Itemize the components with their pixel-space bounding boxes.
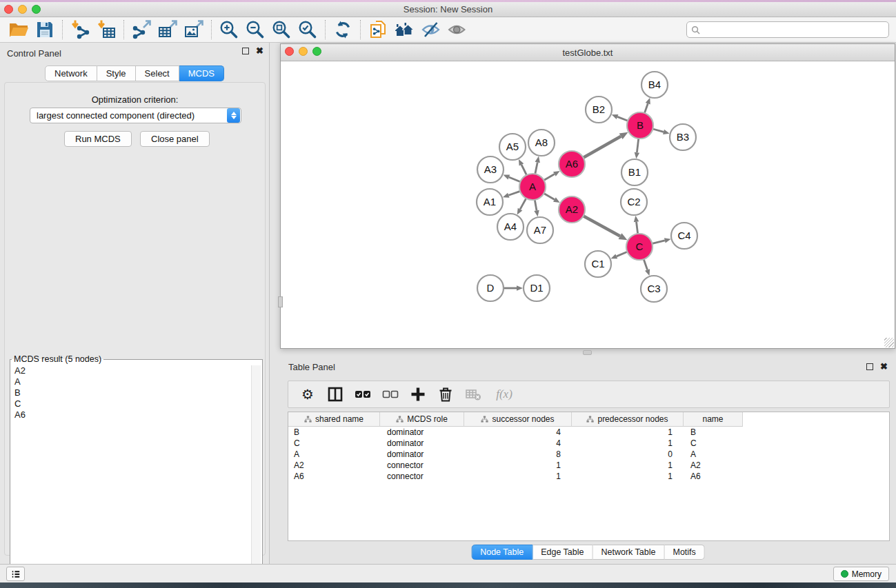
table-cell[interactable]: 1 <box>464 472 572 481</box>
export-network-button[interactable] <box>128 19 155 41</box>
column-header-successor-nodes[interactable]: successor nodes <box>464 412 572 427</box>
table-cell[interactable]: A2 <box>684 460 743 470</box>
graph-node-A[interactable]: A <box>519 174 546 200</box>
criterion-dropdown[interactable]: largest connected component (directed) <box>30 108 241 123</box>
table-cell[interactable]: 8 <box>464 449 572 459</box>
show-columns-button[interactable] <box>326 385 344 403</box>
open-session-button[interactable] <box>6 19 32 41</box>
table-cell[interactable]: 1 <box>572 472 684 481</box>
table-cell[interactable]: A <box>684 449 743 459</box>
result-item-a2[interactable]: A2 <box>12 365 251 376</box>
tab-select[interactable]: Select <box>136 65 179 81</box>
import-network-button[interactable] <box>67 19 93 41</box>
graph-node-A6[interactable]: A6 <box>559 151 585 177</box>
table-cell[interactable]: connector <box>380 460 464 470</box>
tab-network[interactable]: Network <box>45 65 97 81</box>
table-cell[interactable]: 1 <box>572 427 684 437</box>
graph-node-A7[interactable]: A7 <box>527 217 553 243</box>
graph-node-A5[interactable]: A5 <box>499 134 526 160</box>
table-row[interactable]: A2connector11A2 <box>288 460 889 471</box>
column-header-name[interactable]: name <box>684 412 743 427</box>
tab-network-table[interactable]: Network Table <box>593 545 665 560</box>
search-box[interactable] <box>686 21 889 38</box>
tab-edge-table[interactable]: Edge Table <box>532 545 593 560</box>
table-cell[interactable]: A2 <box>288 460 380 470</box>
column-header-mcds-role[interactable]: MCDS role <box>380 412 464 427</box>
deselect-all-button[interactable] <box>381 385 399 403</box>
graph-edge-A-A8[interactable] <box>535 156 540 174</box>
export-table-button[interactable] <box>155 19 181 41</box>
table-cell[interactable]: dominator <box>380 427 464 437</box>
zoom-out-button[interactable] <box>242 19 268 41</box>
close-window-button[interactable] <box>4 5 13 14</box>
close-panel-icon[interactable]: ✖ <box>256 48 263 54</box>
graph-edge-A-A5[interactable] <box>519 159 527 175</box>
graph-edge-A2-C[interactable] <box>584 216 628 240</box>
result-item-a6[interactable]: A6 <box>12 409 251 420</box>
graph-node-B2[interactable]: B2 <box>586 97 612 123</box>
table-float-panel-icon[interactable] <box>866 363 873 370</box>
graph-edge-A-A3[interactable] <box>504 175 521 182</box>
network-graph[interactable]: B4B2BB3A8A5A6A3B1AA1C2A2A4A7C4CC1C3DD1 <box>281 61 895 348</box>
graph-node-C[interactable]: C <box>626 234 653 260</box>
hide-selected-button[interactable] <box>417 19 444 41</box>
table-row[interactable]: Adominator80A <box>288 449 889 460</box>
graph-node-C3[interactable]: C3 <box>641 276 667 302</box>
network-window-titlebar[interactable]: testGlobe.txt <box>281 44 895 61</box>
add-column-button[interactable] <box>409 385 427 403</box>
table-cell[interactable]: dominator <box>380 449 464 459</box>
graph-node-D[interactable]: D <box>477 275 504 301</box>
graph-node-B4[interactable]: B4 <box>641 72 668 98</box>
run-mcds-button[interactable]: Run MCDS <box>64 131 132 147</box>
graph-edge-A-A1[interactable] <box>503 191 520 197</box>
network-close-button[interactable] <box>285 47 294 56</box>
graph-node-B3[interactable]: B3 <box>670 124 696 150</box>
tab-node-table[interactable]: Node Table <box>471 545 532 560</box>
zoom-selected-button[interactable] <box>295 19 321 41</box>
table-cell[interactable]: B <box>684 427 743 437</box>
graph-edge-A-A6[interactable] <box>544 171 559 180</box>
graph-edge-A-A4[interactable] <box>517 199 526 215</box>
graph-node-A2[interactable]: A2 <box>559 196 585 223</box>
column-header-predecessor-nodes[interactable]: predecessor nodes <box>572 412 684 427</box>
resize-grip-icon[interactable] <box>884 338 894 347</box>
graph-edge-A-A2[interactable] <box>544 194 559 203</box>
graph-node-A8[interactable]: A8 <box>528 130 555 156</box>
float-panel-icon[interactable] <box>242 48 249 54</box>
tab-mcds[interactable]: MCDS <box>179 65 224 81</box>
network-maximize-button[interactable] <box>312 47 321 56</box>
mcds-result-list[interactable]: A2ABCA6 <box>12 365 251 588</box>
result-item-a[interactable]: A <box>12 376 251 387</box>
network-view-window[interactable]: testGlobe.txt B4B2BB3A8A5A6A3B1AA1C2A2A4… <box>280 43 895 349</box>
table-cell[interactable]: A6 <box>684 472 743 481</box>
graph-edge-C-C1[interactable] <box>610 252 627 258</box>
graph-edge-C-C2[interactable] <box>634 216 639 234</box>
table-cell[interactable]: connector <box>380 472 464 481</box>
close-panel-button[interactable]: Close panel <box>140 131 210 147</box>
graph-edge-A6-B[interactable] <box>584 132 628 158</box>
tab-motifs[interactable]: Motifs <box>664 545 704 560</box>
graph-node-A1[interactable]: A1 <box>477 189 503 215</box>
main-titlebar[interactable]: Session: New Session <box>0 2 896 17</box>
table-cell[interactable]: 1 <box>572 460 684 470</box>
network-minimize-button[interactable] <box>299 47 308 56</box>
graph-edge-B-B3[interactable] <box>653 129 669 134</box>
graph-node-C2[interactable]: C2 <box>621 189 647 215</box>
refresh-button[interactable] <box>330 19 356 41</box>
memory-button[interactable]: Memory <box>833 567 889 581</box>
maximize-window-button[interactable] <box>32 5 41 14</box>
delete-table-button[interactable] <box>464 385 482 403</box>
graph-edge-B-B4[interactable] <box>644 98 650 113</box>
tab-style[interactable]: Style <box>97 65 136 81</box>
result-item-c[interactable]: C <box>12 398 251 409</box>
graph-node-C4[interactable]: C4 <box>671 223 697 249</box>
select-all-button[interactable] <box>354 385 372 403</box>
zoom-in-button[interactable] <box>216 19 242 41</box>
graph-node-D1[interactable]: D1 <box>524 275 550 301</box>
table-cell[interactable]: 1 <box>572 438 684 448</box>
table-cell[interactable]: C <box>288 438 380 448</box>
network-scrollbar-nub[interactable] <box>278 296 283 307</box>
result-scrollbar[interactable] <box>251 365 261 588</box>
graph-node-B[interactable]: B <box>627 112 653 139</box>
zoom-fit-button[interactable] <box>268 19 295 41</box>
